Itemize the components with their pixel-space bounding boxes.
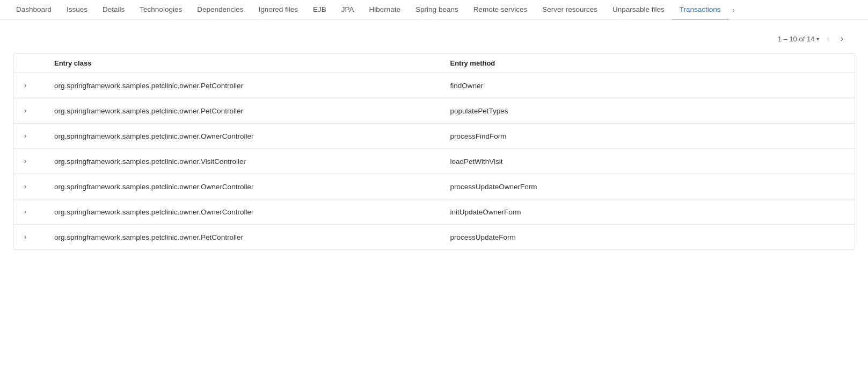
nav-tab-ejb[interactable]: EJB — [305, 0, 334, 20]
nav-tab-spring-beans[interactable]: Spring beans — [408, 0, 466, 20]
row-expand-button[interactable]: › — [22, 182, 54, 191]
transactions-table: Entry class Entry method ›org.springfram… — [13, 53, 855, 250]
nav-more-button[interactable]: › — [728, 1, 739, 19]
nav-tab-server-resources[interactable]: Server resources — [535, 0, 605, 20]
row-expand-button[interactable]: › — [22, 207, 54, 217]
cell-entry-method: processFindForm — [450, 132, 847, 140]
nav-tabs: DashboardIssuesDetailsTechnologiesDepend… — [0, 0, 868, 20]
cell-entry-class: org.springframework.samples.petclinic.ow… — [54, 208, 450, 216]
table-row: ›org.springframework.samples.petclinic.o… — [13, 149, 855, 174]
row-expand-button[interactable]: › — [22, 131, 54, 141]
cell-entry-method: populatePetTypes — [450, 107, 847, 115]
table-row: ›org.springframework.samples.petclinic.o… — [13, 174, 855, 199]
cell-entry-class: org.springframework.samples.petclinic.ow… — [54, 157, 450, 166]
nav-tab-technologies[interactable]: Technologies — [132, 0, 189, 20]
pagination-bar: 1 – 10 of 14 ▾ ‹ › — [13, 28, 855, 53]
row-expand-button[interactable]: › — [22, 232, 54, 242]
pagination-dropdown-icon[interactable]: ▾ — [816, 36, 819, 42]
nav-tab-issues[interactable]: Issues — [59, 0, 95, 20]
table-row: ›org.springframework.samples.petclinic.o… — [13, 124, 855, 149]
table-row: ›org.springframework.samples.petclinic.o… — [13, 73, 855, 98]
cell-entry-method: processUpdateForm — [450, 233, 847, 241]
cell-entry-method: findOwner — [450, 82, 847, 90]
nav-tab-jpa[interactable]: JPA — [334, 0, 362, 20]
nav-tab-hibernate[interactable]: Hibernate — [362, 0, 409, 20]
table-row: ›org.springframework.samples.petclinic.o… — [13, 199, 855, 225]
pagination-next-button[interactable]: › — [837, 33, 847, 45]
pagination-info: 1 – 10 of 14 ▾ — [778, 35, 820, 43]
cell-entry-class: org.springframework.samples.petclinic.ow… — [54, 132, 450, 140]
row-expand-button[interactable]: › — [22, 81, 54, 90]
nav-tab-unparsable-files[interactable]: Unparsable files — [605, 0, 672, 20]
table-header: Entry class Entry method — [13, 54, 855, 73]
table-row: ›org.springframework.samples.petclinic.o… — [13, 98, 855, 124]
row-expand-button[interactable]: › — [22, 106, 54, 116]
cell-entry-method: initUpdateOwnerForm — [450, 208, 847, 216]
cell-entry-class: org.springframework.samples.petclinic.ow… — [54, 82, 450, 90]
table-row: ›org.springframework.samples.petclinic.o… — [13, 225, 855, 249]
cell-entry-method: processUpdateOwnerForm — [450, 183, 847, 191]
nav-tab-transactions[interactable]: Transactions — [672, 0, 728, 20]
nav-tab-dashboard[interactable]: Dashboard — [9, 0, 59, 20]
header-entry-class: Entry class — [54, 59, 450, 67]
cell-entry-class: org.springframework.samples.petclinic.ow… — [54, 107, 450, 115]
cell-entry-method: loadPetWithVisit — [450, 157, 847, 166]
nav-tab-details[interactable]: Details — [95, 0, 132, 20]
pagination-text: 1 – 10 of 14 — [778, 35, 815, 43]
nav-tab-dependencies[interactable]: Dependencies — [189, 0, 251, 20]
content-area: 1 – 10 of 14 ▾ ‹ › Entry class Entry met… — [0, 20, 868, 259]
table-body: ›org.springframework.samples.petclinic.o… — [13, 73, 855, 249]
cell-entry-class: org.springframework.samples.petclinic.ow… — [54, 233, 450, 241]
pagination-prev-button[interactable]: ‹ — [823, 33, 833, 45]
nav-tab-ignored-files[interactable]: Ignored files — [251, 0, 305, 20]
header-entry-method: Entry method — [450, 59, 847, 67]
row-expand-button[interactable]: › — [22, 156, 54, 166]
cell-entry-class: org.springframework.samples.petclinic.ow… — [54, 183, 450, 191]
header-expand — [22, 59, 54, 67]
nav-tab-remote-services[interactable]: Remote services — [466, 0, 535, 20]
